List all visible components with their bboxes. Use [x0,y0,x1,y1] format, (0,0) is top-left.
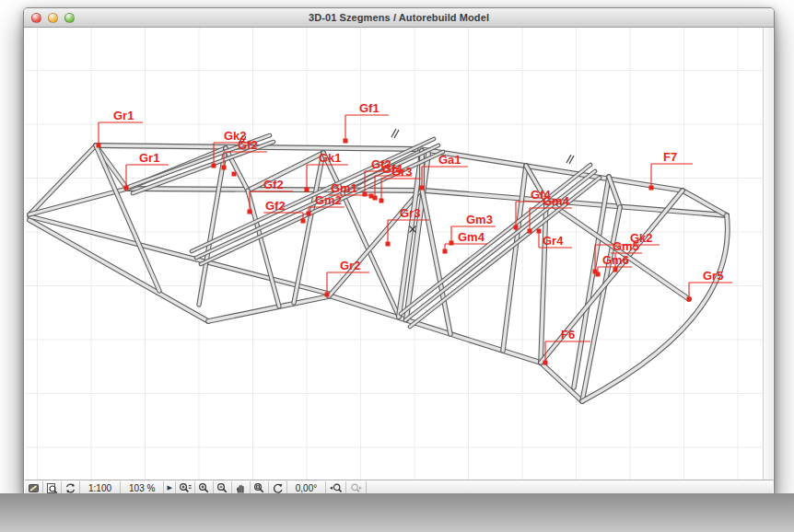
window-title: 3D-01 Szegmens / Autorebuild Model [24,12,774,23]
annotation-node[interactable] [344,139,348,144]
zoom-preview-icon [46,482,58,494]
model-label[interactable]: Gf2 [238,138,258,152]
zoom-out-icon [216,482,228,494]
zoom-slider-icon [179,482,192,494]
annotation-node[interactable] [248,210,252,214]
annotation-node[interactable] [212,164,216,168]
annotation-node[interactable] [420,186,425,191]
model-label[interactable]: Gf2 [263,178,284,191]
previous-zoom-icon [329,482,343,494]
model-label[interactable]: Gm4 [543,194,570,208]
model-label[interactable]: Gm5 [613,239,639,253]
annotation-node[interactable] [613,268,618,272]
annotation-node[interactable] [528,229,532,234]
annotation-node[interactable] [232,172,237,177]
next-zoom-icon [349,482,363,494]
annotation-node[interactable] [386,242,391,247]
model-label[interactable]: Gr1 [139,151,159,165]
annotation-node[interactable] [305,188,309,192]
model-viewport[interactable]: Gf1Gr1Gr1Gk2Gf2Gk1Gm1Gm2Gf3Gf4Gr3Ga1Gr3G… [25,28,763,480]
annotation-node[interactable] [450,241,454,246]
desktop-surface [0,493,794,532]
fit-in-window-icon [253,482,265,494]
annotation-node[interactable] [363,192,368,197]
rebuild-icon [64,482,76,494]
annotation-node[interactable] [97,144,101,148]
flyout-arrow-icon: ▶ [167,484,171,492]
model-label[interactable]: Gk1 [319,151,342,165]
annotation-node[interactable] [537,229,542,234]
model-label[interactable]: F7 [663,150,677,164]
model-label[interactable]: Gm2 [315,193,342,207]
annotation-node[interactable] [687,297,692,302]
model-canvas[interactable]: Gf1Gr1Gr1Gk2Gf2Gk1Gm1Gm2Gf3Gf4Gr3Ga1Gr3G… [25,28,763,480]
model-label[interactable]: Gm6 [602,253,629,267]
grid [25,28,763,480]
pan-icon [235,482,247,494]
model-label[interactable]: Gr3 [400,206,420,220]
vertical-scrollbar[interactable] [763,28,773,480]
model-label[interactable]: Ga1 [438,153,461,167]
model-label[interactable]: F6 [561,328,575,341]
orbit-icon [272,482,284,494]
style-icon [28,482,40,494]
annotation-node[interactable] [222,166,227,170]
annotation-node[interactable] [124,186,129,191]
model-label[interactable]: Gm3 [466,213,493,226]
model-label[interactable]: Gr4 [543,234,564,248]
model-label[interactable]: Gm4 [458,230,485,244]
model-label[interactable]: Gr2 [340,259,360,272]
model-label[interactable]: Gr3 [391,165,412,179]
annotation-node[interactable] [514,226,519,230]
app-window: 3D-01 Szegmens / Autorebuild Model Gf1Gr… [23,7,775,497]
annotation-node[interactable] [649,186,654,191]
annotation-node[interactable] [379,199,384,203]
model-label[interactable]: Gr1 [113,109,134,122]
annotation-node[interactable] [543,361,548,365]
annotation-node[interactable] [373,196,378,201]
annotation-node[interactable] [443,249,448,254]
annotation-node[interactable] [325,293,330,297]
title-bar[interactable]: 3D-01 Szegmens / Autorebuild Model [24,8,774,28]
model-label[interactable]: Gr5 [703,269,723,283]
annotation-node[interactable] [596,272,601,277]
zoom-in-icon [198,482,210,494]
model-label[interactable]: Gf2 [265,199,286,213]
model-label[interactable]: Gf1 [359,101,379,115]
annotation-node[interactable] [301,219,306,224]
annotation-node[interactable] [307,212,311,216]
